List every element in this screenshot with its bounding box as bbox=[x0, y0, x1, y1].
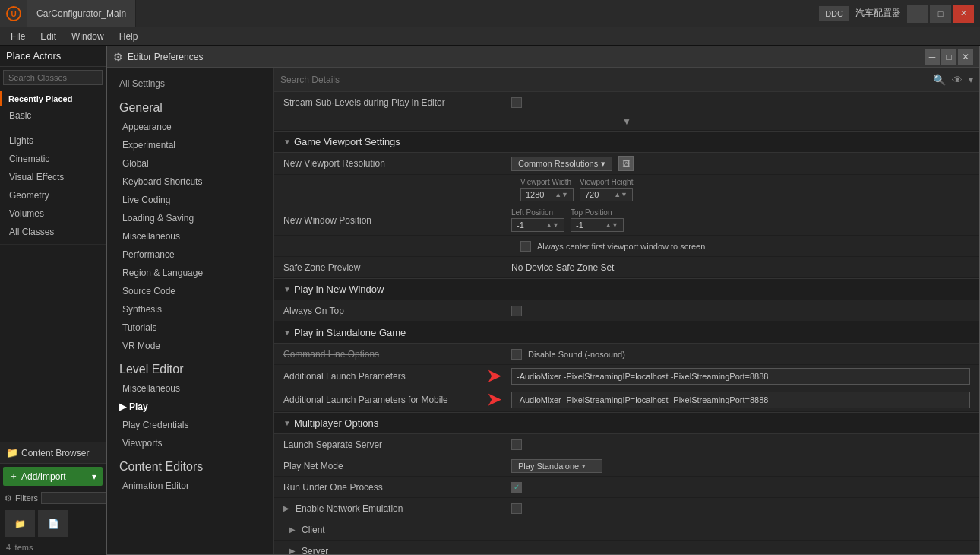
nav-loading-saving[interactable]: Loading & Saving bbox=[107, 209, 273, 227]
nav-vr-mode[interactable]: VR Mode bbox=[107, 337, 273, 355]
place-actors-panel: Place Actors Recently Placed Basic Light… bbox=[0, 46, 106, 555]
collapse-indicator[interactable]: ▼ bbox=[622, 116, 631, 127]
prefs-nav-all-settings[interactable]: All Settings bbox=[107, 74, 273, 94]
command-line-value: Disable Sound (-nosound) bbox=[511, 349, 970, 360]
add-import-button[interactable]: ＋ Add/Import ▾ bbox=[3, 467, 103, 486]
client-label: ▶ Client bbox=[283, 525, 511, 535]
viewport-width-input[interactable]: 1280 ▲▼ bbox=[520, 188, 574, 201]
image-icon[interactable]: 🖼 bbox=[618, 156, 634, 171]
enable-network-emulation-checkbox[interactable] bbox=[511, 503, 522, 514]
always-center-checkbox[interactable] bbox=[520, 241, 531, 252]
launch-separate-server-row: Launch Separate Server bbox=[274, 434, 979, 455]
menu-edit[interactable]: Edit bbox=[33, 30, 64, 43]
nav-live-coding[interactable]: Live Coding bbox=[107, 191, 273, 209]
always-on-top-checkbox[interactable] bbox=[511, 306, 522, 316]
resolution-dropdown[interactable]: Common Resolutions ▾ bbox=[511, 157, 612, 171]
window-position-label: New Window Position bbox=[283, 215, 511, 226]
additional-launch-mobile-input[interactable] bbox=[511, 392, 970, 408]
filter-icon: ⚙ bbox=[5, 493, 12, 503]
nav-global[interactable]: Global bbox=[107, 154, 273, 173]
nav-play-credentials[interactable]: Play Credentials bbox=[107, 416, 273, 434]
nav-play[interactable]: ▶ Play bbox=[107, 398, 273, 416]
app-logo: U bbox=[0, 0, 27, 27]
menu-window[interactable]: Window bbox=[64, 30, 112, 43]
left-position-input[interactable]: -1 ▲▼ bbox=[511, 218, 564, 232]
nav-synthesis[interactable]: Synthesis bbox=[107, 300, 273, 319]
enable-network-emulation-label: ▶ Enable Network Emulation bbox=[283, 503, 511, 514]
nav-tutorials[interactable]: Tutorials bbox=[107, 319, 273, 337]
disable-sound-label: Disable Sound (-nosound) bbox=[528, 350, 625, 359]
main-content: Place Actors Recently Placed Basic Light… bbox=[0, 46, 980, 555]
maximize-button[interactable]: □ bbox=[930, 5, 951, 23]
recently-placed-header[interactable]: Recently Placed bbox=[0, 91, 106, 106]
client-expand[interactable]: ▶ bbox=[289, 525, 296, 534]
play-net-mode-dropdown[interactable]: Play Standalone ▾ bbox=[511, 459, 602, 473]
viewport-height-input[interactable]: 720 ▲▼ bbox=[580, 188, 633, 201]
folder-item-1[interactable]: 📁 bbox=[5, 510, 35, 537]
search-classes-input[interactable] bbox=[3, 70, 103, 85]
launch-separate-server-checkbox[interactable] bbox=[511, 439, 522, 450]
multiplayer-arrow: ▼ bbox=[283, 419, 291, 427]
nav-keyboard-shortcuts[interactable]: Keyboard Shortcuts bbox=[107, 173, 273, 191]
menu-help[interactable]: Help bbox=[112, 30, 146, 43]
panel-item-all-classes[interactable]: All Classes bbox=[0, 223, 106, 241]
panel-item-visual-effects[interactable]: Visual Effects bbox=[0, 168, 106, 186]
editor-prefs-max[interactable]: □ bbox=[941, 49, 956, 65]
additional-launch-input[interactable] bbox=[511, 368, 970, 385]
nav-experimental[interactable]: Experimental bbox=[107, 136, 273, 154]
close-button[interactable]: ✕ bbox=[953, 5, 974, 23]
top-position-value: -1 bbox=[576, 220, 583, 230]
viewport-width-col: Viewport Width 1280 ▲▼ bbox=[520, 178, 574, 201]
server-expand[interactable]: ▶ bbox=[289, 547, 296, 554]
content-browser-button[interactable]: 📁 Content Browser bbox=[0, 442, 106, 464]
panel-item-lights[interactable]: Lights bbox=[0, 132, 106, 150]
nav-viewports[interactable]: Viewports bbox=[107, 434, 273, 452]
panel-item-volumes[interactable]: Volumes bbox=[0, 205, 106, 223]
play-new-window-section[interactable]: ▼ Play in New Window bbox=[274, 278, 979, 300]
panel-item-basic[interactable]: Basic bbox=[0, 106, 106, 125]
prefs-search-input[interactable] bbox=[280, 75, 927, 85]
nav-appearance[interactable]: Appearance bbox=[107, 118, 273, 136]
project-tab[interactable]: CarConfigurator_Main bbox=[27, 0, 136, 27]
viewport-width-value: 1280 bbox=[526, 190, 544, 199]
minimize-button[interactable]: ─ bbox=[907, 5, 928, 23]
settings-icon: ▾ bbox=[969, 75, 973, 85]
panel-section-lights: Lights Cinematic Visual Effects Geometry… bbox=[0, 128, 106, 245]
safe-zone-text: No Device Safe Zone Set bbox=[511, 262, 614, 273]
nav-source-code[interactable]: Source Code bbox=[107, 282, 273, 300]
nav-animation-editor[interactable]: Animation Editor bbox=[107, 477, 273, 495]
app-name: 汽车配置器 bbox=[855, 7, 901, 20]
top-position-label: Top Position bbox=[571, 208, 624, 217]
command-line-label: Command Line Options bbox=[283, 349, 511, 360]
run-under-one-process-checkbox[interactable]: ✓ bbox=[511, 482, 522, 493]
content-browser-label: Content Browser bbox=[21, 448, 89, 458]
play-standalone-section[interactable]: ▼ Play in Standalone Game bbox=[274, 322, 979, 344]
ddc-button[interactable]: DDC bbox=[819, 6, 849, 21]
filters-label[interactable]: Filters bbox=[15, 493, 38, 503]
nav-miscellaneous-level[interactable]: Miscellaneous bbox=[107, 379, 273, 398]
panel-item-cinematic[interactable]: Cinematic bbox=[0, 150, 106, 168]
panel-item-geometry[interactable]: Geometry bbox=[0, 186, 106, 205]
nav-performance[interactable]: Performance bbox=[107, 246, 273, 264]
menu-file[interactable]: File bbox=[3, 30, 33, 43]
folder-icons: 📁 📄 bbox=[0, 507, 106, 540]
launch-separate-server-label: Launch Separate Server bbox=[283, 439, 511, 450]
disable-sound-checkbox[interactable] bbox=[511, 349, 522, 360]
game-viewport-section-header[interactable]: ▼ Game Viewport Settings bbox=[274, 131, 979, 153]
editor-prefs-icon: ⚙ bbox=[113, 51, 123, 63]
top-arrow: ▲▼ bbox=[605, 221, 618, 229]
editor-prefs-close[interactable]: ✕ bbox=[958, 49, 973, 65]
editor-prefs-min[interactable]: ─ bbox=[925, 49, 940, 65]
network-emulation-expand[interactable]: ▶ bbox=[283, 504, 289, 512]
nav-region-language[interactable]: Region & Language bbox=[107, 264, 273, 282]
server-label: ▶ Server bbox=[283, 546, 511, 555]
enable-network-emulation-value bbox=[511, 503, 970, 514]
folder-item-2[interactable]: 📄 bbox=[38, 510, 68, 537]
stream-sublevels-value bbox=[511, 97, 970, 108]
dropdown-arrow-icon: ▾ bbox=[92, 471, 96, 482]
left-position-col: Left Position -1 ▲▼ bbox=[511, 208, 564, 232]
multiplayer-section[interactable]: ▼ Multiplayer Options bbox=[274, 412, 979, 434]
stream-sublevels-checkbox[interactable] bbox=[511, 97, 522, 108]
top-position-input[interactable]: -1 ▲▼ bbox=[571, 218, 624, 232]
nav-miscellaneous-general[interactable]: Miscellaneous bbox=[107, 227, 273, 246]
